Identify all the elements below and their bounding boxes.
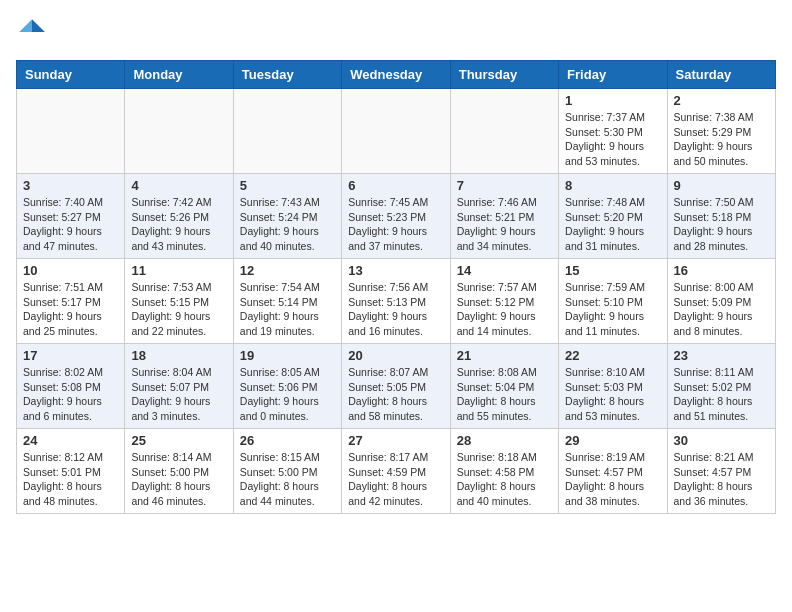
day-info: Sunrise: 7:37 AM Sunset: 5:30 PM Dayligh… [565, 110, 660, 169]
day-number: 14 [457, 263, 552, 278]
day-number: 17 [23, 348, 118, 363]
svg-marker-1 [19, 19, 32, 32]
calendar-cell: 26Sunrise: 8:15 AM Sunset: 5:00 PM Dayli… [233, 429, 341, 514]
day-info: Sunrise: 7:46 AM Sunset: 5:21 PM Dayligh… [457, 195, 552, 254]
day-info: Sunrise: 7:42 AM Sunset: 5:26 PM Dayligh… [131, 195, 226, 254]
calendar-cell: 12Sunrise: 7:54 AM Sunset: 5:14 PM Dayli… [233, 259, 341, 344]
day-info: Sunrise: 8:14 AM Sunset: 5:00 PM Dayligh… [131, 450, 226, 509]
calendar-cell [125, 89, 233, 174]
logo-icon [16, 16, 48, 48]
weekday-header-friday: Friday [559, 61, 667, 89]
day-info: Sunrise: 7:53 AM Sunset: 5:15 PM Dayligh… [131, 280, 226, 339]
logo [16, 16, 52, 48]
day-info: Sunrise: 7:56 AM Sunset: 5:13 PM Dayligh… [348, 280, 443, 339]
day-number: 4 [131, 178, 226, 193]
day-number: 18 [131, 348, 226, 363]
day-number: 1 [565, 93, 660, 108]
calendar-cell [233, 89, 341, 174]
page-header [16, 16, 776, 48]
calendar-cell: 30Sunrise: 8:21 AM Sunset: 4:57 PM Dayli… [667, 429, 775, 514]
calendar-week-row: 3Sunrise: 7:40 AM Sunset: 5:27 PM Daylig… [17, 174, 776, 259]
day-info: Sunrise: 8:05 AM Sunset: 5:06 PM Dayligh… [240, 365, 335, 424]
day-number: 5 [240, 178, 335, 193]
calendar-cell: 27Sunrise: 8:17 AM Sunset: 4:59 PM Dayli… [342, 429, 450, 514]
calendar-cell: 2Sunrise: 7:38 AM Sunset: 5:29 PM Daylig… [667, 89, 775, 174]
calendar-cell: 22Sunrise: 8:10 AM Sunset: 5:03 PM Dayli… [559, 344, 667, 429]
calendar-cell: 21Sunrise: 8:08 AM Sunset: 5:04 PM Dayli… [450, 344, 558, 429]
calendar-week-row: 10Sunrise: 7:51 AM Sunset: 5:17 PM Dayli… [17, 259, 776, 344]
calendar-cell: 16Sunrise: 8:00 AM Sunset: 5:09 PM Dayli… [667, 259, 775, 344]
day-number: 16 [674, 263, 769, 278]
day-info: Sunrise: 8:12 AM Sunset: 5:01 PM Dayligh… [23, 450, 118, 509]
day-number: 20 [348, 348, 443, 363]
day-number: 13 [348, 263, 443, 278]
day-info: Sunrise: 7:59 AM Sunset: 5:10 PM Dayligh… [565, 280, 660, 339]
day-info: Sunrise: 7:43 AM Sunset: 5:24 PM Dayligh… [240, 195, 335, 254]
day-info: Sunrise: 7:38 AM Sunset: 5:29 PM Dayligh… [674, 110, 769, 169]
day-info: Sunrise: 7:45 AM Sunset: 5:23 PM Dayligh… [348, 195, 443, 254]
day-info: Sunrise: 8:00 AM Sunset: 5:09 PM Dayligh… [674, 280, 769, 339]
calendar-cell: 13Sunrise: 7:56 AM Sunset: 5:13 PM Dayli… [342, 259, 450, 344]
weekday-header-tuesday: Tuesday [233, 61, 341, 89]
day-info: Sunrise: 7:48 AM Sunset: 5:20 PM Dayligh… [565, 195, 660, 254]
day-info: Sunrise: 8:08 AM Sunset: 5:04 PM Dayligh… [457, 365, 552, 424]
weekday-header-monday: Monday [125, 61, 233, 89]
calendar-cell: 17Sunrise: 8:02 AM Sunset: 5:08 PM Dayli… [17, 344, 125, 429]
day-number: 15 [565, 263, 660, 278]
day-number: 6 [348, 178, 443, 193]
day-number: 8 [565, 178, 660, 193]
day-info: Sunrise: 8:02 AM Sunset: 5:08 PM Dayligh… [23, 365, 118, 424]
day-number: 7 [457, 178, 552, 193]
calendar-cell: 4Sunrise: 7:42 AM Sunset: 5:26 PM Daylig… [125, 174, 233, 259]
day-info: Sunrise: 8:21 AM Sunset: 4:57 PM Dayligh… [674, 450, 769, 509]
day-info: Sunrise: 7:57 AM Sunset: 5:12 PM Dayligh… [457, 280, 552, 339]
day-number: 24 [23, 433, 118, 448]
calendar-cell: 14Sunrise: 7:57 AM Sunset: 5:12 PM Dayli… [450, 259, 558, 344]
calendar-cell [342, 89, 450, 174]
calendar-cell: 24Sunrise: 8:12 AM Sunset: 5:01 PM Dayli… [17, 429, 125, 514]
calendar-cell: 29Sunrise: 8:19 AM Sunset: 4:57 PM Dayli… [559, 429, 667, 514]
calendar-cell: 1Sunrise: 7:37 AM Sunset: 5:30 PM Daylig… [559, 89, 667, 174]
calendar-cell: 23Sunrise: 8:11 AM Sunset: 5:02 PM Dayli… [667, 344, 775, 429]
day-number: 3 [23, 178, 118, 193]
day-number: 28 [457, 433, 552, 448]
day-info: Sunrise: 8:19 AM Sunset: 4:57 PM Dayligh… [565, 450, 660, 509]
calendar-cell: 5Sunrise: 7:43 AM Sunset: 5:24 PM Daylig… [233, 174, 341, 259]
day-number: 29 [565, 433, 660, 448]
calendar-cell: 3Sunrise: 7:40 AM Sunset: 5:27 PM Daylig… [17, 174, 125, 259]
calendar-cell: 25Sunrise: 8:14 AM Sunset: 5:00 PM Dayli… [125, 429, 233, 514]
day-info: Sunrise: 8:11 AM Sunset: 5:02 PM Dayligh… [674, 365, 769, 424]
day-info: Sunrise: 8:15 AM Sunset: 5:00 PM Dayligh… [240, 450, 335, 509]
weekday-header-wednesday: Wednesday [342, 61, 450, 89]
calendar-cell: 6Sunrise: 7:45 AM Sunset: 5:23 PM Daylig… [342, 174, 450, 259]
weekday-header-saturday: Saturday [667, 61, 775, 89]
day-number: 21 [457, 348, 552, 363]
day-number: 2 [674, 93, 769, 108]
day-number: 23 [674, 348, 769, 363]
day-number: 27 [348, 433, 443, 448]
calendar-cell: 18Sunrise: 8:04 AM Sunset: 5:07 PM Dayli… [125, 344, 233, 429]
day-number: 9 [674, 178, 769, 193]
calendar-cell: 8Sunrise: 7:48 AM Sunset: 5:20 PM Daylig… [559, 174, 667, 259]
calendar-week-row: 1Sunrise: 7:37 AM Sunset: 5:30 PM Daylig… [17, 89, 776, 174]
day-info: Sunrise: 8:10 AM Sunset: 5:03 PM Dayligh… [565, 365, 660, 424]
calendar-week-row: 17Sunrise: 8:02 AM Sunset: 5:08 PM Dayli… [17, 344, 776, 429]
calendar-cell: 20Sunrise: 8:07 AM Sunset: 5:05 PM Dayli… [342, 344, 450, 429]
weekday-header-sunday: Sunday [17, 61, 125, 89]
calendar-cell: 7Sunrise: 7:46 AM Sunset: 5:21 PM Daylig… [450, 174, 558, 259]
day-info: Sunrise: 7:51 AM Sunset: 5:17 PM Dayligh… [23, 280, 118, 339]
day-number: 11 [131, 263, 226, 278]
day-number: 19 [240, 348, 335, 363]
day-info: Sunrise: 7:50 AM Sunset: 5:18 PM Dayligh… [674, 195, 769, 254]
weekday-header-thursday: Thursday [450, 61, 558, 89]
calendar-cell: 10Sunrise: 7:51 AM Sunset: 5:17 PM Dayli… [17, 259, 125, 344]
calendar-cell [450, 89, 558, 174]
calendar-table: SundayMondayTuesdayWednesdayThursdayFrid… [16, 60, 776, 514]
day-info: Sunrise: 7:54 AM Sunset: 5:14 PM Dayligh… [240, 280, 335, 339]
day-number: 12 [240, 263, 335, 278]
day-number: 10 [23, 263, 118, 278]
calendar-cell: 15Sunrise: 7:59 AM Sunset: 5:10 PM Dayli… [559, 259, 667, 344]
day-info: Sunrise: 8:07 AM Sunset: 5:05 PM Dayligh… [348, 365, 443, 424]
calendar-cell: 19Sunrise: 8:05 AM Sunset: 5:06 PM Dayli… [233, 344, 341, 429]
day-info: Sunrise: 7:40 AM Sunset: 5:27 PM Dayligh… [23, 195, 118, 254]
